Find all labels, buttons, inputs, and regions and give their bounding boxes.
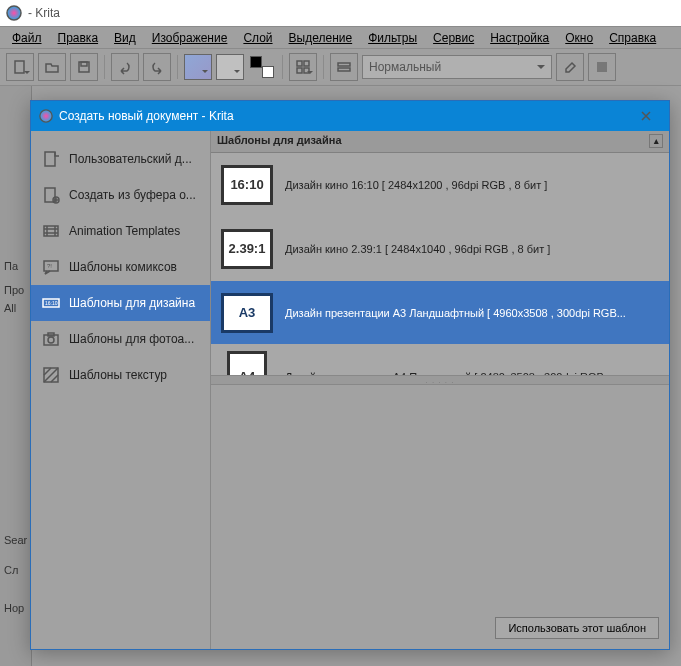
svg-rect-4: [297, 61, 302, 66]
svg-point-11: [40, 110, 52, 122]
krita-logo-icon: [6, 5, 22, 21]
template-badge-icon: 2.39:1: [221, 229, 273, 269]
sidebar-item-4[interactable]: 16:10Шаблоны для дизайна: [31, 285, 210, 321]
panel-header-label: Шаблоны для дизайна: [217, 134, 342, 149]
toolbar-separator: [323, 55, 324, 79]
krita-logo-icon: [39, 109, 53, 123]
template-badge-icon: A4: [227, 351, 267, 376]
alpha-lock-button[interactable]: [588, 53, 616, 81]
sidebar-item-6[interactable]: Шаблоны текстур: [31, 357, 210, 393]
photo-icon: [41, 329, 61, 349]
sidebar-item-3[interactable]: ?!Шаблоны комиксов: [31, 249, 210, 285]
menu-settings[interactable]: Настройка: [482, 29, 557, 47]
dialog-sidebar: Пользовательский д...Создать из буфера о…: [31, 131, 211, 649]
dialog-body: Пользовательский д...Создать из буфера о…: [31, 131, 669, 649]
menu-help[interactable]: Справка: [601, 29, 664, 47]
new-document-dialog: Создать новый документ - Krita Пользоват…: [30, 100, 670, 650]
svg-rect-5: [304, 61, 309, 66]
bg-label: Про: [4, 284, 24, 296]
sidebar-item-2[interactable]: Animation Templates: [31, 213, 210, 249]
close-icon: [640, 110, 652, 122]
template-list: 16:10Дизайн кино 16:10 [ 2484x1200 , 96d…: [211, 153, 669, 375]
toolbar-separator: [177, 55, 178, 79]
template-badge-icon: 16:10: [221, 165, 273, 205]
clipboard-icon: [41, 185, 61, 205]
sidebar-item-1[interactable]: Создать из буфера о...: [31, 177, 210, 213]
template-label: Дизайн кино 2.39:1 [ 2484x1040 , 96dpi R…: [285, 243, 550, 255]
close-button[interactable]: [631, 101, 661, 131]
panel-header: Шаблоны для дизайна ▴: [211, 131, 669, 153]
svg-rect-12: [45, 152, 55, 166]
bg-label: Па: [4, 260, 18, 272]
dialog-right-panel: Шаблоны для дизайна ▴ 16:10Дизайн кино 1…: [211, 131, 669, 649]
menu-edit[interactable]: Правка: [50, 29, 107, 47]
toolbar-separator: [104, 55, 105, 79]
menu-select[interactable]: Выделение: [281, 29, 361, 47]
template-badge-icon: A3: [221, 293, 273, 333]
blend-mode-label: Нормальный: [369, 60, 441, 74]
svg-rect-3: [81, 62, 87, 66]
dialog-titlebar[interactable]: Создать новый документ - Krita: [31, 101, 669, 131]
sidebar-item-label: Пользовательский д...: [69, 152, 192, 166]
svg-text:?!: ?!: [47, 263, 52, 269]
list-grip[interactable]: . . . . .: [211, 375, 669, 385]
bg-label: All: [4, 302, 16, 314]
fg-bg-colors[interactable]: [248, 54, 276, 80]
sidebar-item-label: Создать из буфера о...: [69, 188, 196, 202]
svg-point-21: [48, 337, 54, 343]
texture-icon: [41, 365, 61, 385]
svg-rect-10: [597, 62, 607, 72]
menu-window[interactable]: Окно: [557, 29, 601, 47]
menu-tools[interactable]: Сервис: [425, 29, 482, 47]
bg-label: Sear: [4, 534, 27, 546]
dialog-title: Создать новый документ - Krita: [59, 109, 234, 123]
bg-left-panel: [0, 86, 32, 666]
template-item-1[interactable]: 2.39:1Дизайн кино 2.39:1 [ 2484x1040 , 9…: [211, 217, 669, 281]
menu-filters[interactable]: Фильтры: [360, 29, 425, 47]
use-template-button[interactable]: Использовать этот шаблон: [495, 617, 659, 639]
toolbar: Нормальный: [0, 48, 681, 86]
svg-rect-7: [304, 68, 309, 73]
svg-text:16:10: 16:10: [45, 300, 58, 306]
save-button[interactable]: [70, 53, 98, 81]
svg-rect-9: [338, 68, 350, 71]
eraser-button[interactable]: [556, 53, 584, 81]
svg-point-0: [7, 6, 21, 20]
design-icon: 16:10: [41, 293, 61, 313]
sidebar-item-label: Animation Templates: [69, 224, 180, 238]
redo-button[interactable]: [143, 53, 171, 81]
chevron-down-icon: [537, 65, 545, 73]
sidebar-item-5[interactable]: Шаблоны для фотоа...: [31, 321, 210, 357]
template-label: Дизайн презентации A3 Ландшафтный [ 4960…: [285, 307, 626, 319]
svg-rect-8: [338, 63, 350, 66]
open-button[interactable]: [38, 53, 66, 81]
sidebar-item-0[interactable]: Пользовательский д...: [31, 141, 210, 177]
pattern-swatch[interactable]: [216, 54, 244, 80]
menu-file[interactable]: Файл: [4, 29, 50, 47]
toolbar-separator: [282, 55, 283, 79]
brush-editor-button[interactable]: [330, 53, 358, 81]
sidebar-item-label: Шаблоны комиксов: [69, 260, 177, 274]
sidebar-item-label: Шаблоны для фотоа...: [69, 332, 194, 346]
menu-image[interactable]: Изображение: [144, 29, 236, 47]
svg-rect-6: [297, 68, 302, 73]
template-item-3[interactable]: A4Дизайн презентации A4 Портретный [ 248…: [211, 345, 669, 375]
svg-rect-1: [15, 61, 24, 73]
brush-preset-button[interactable]: [289, 53, 317, 81]
gradient-swatch[interactable]: [184, 54, 212, 80]
comics-icon: ?!: [41, 257, 61, 277]
scroll-up-icon[interactable]: ▴: [649, 134, 663, 148]
menubar: Файл Правка Вид Изображение Слой Выделен…: [0, 26, 681, 48]
undo-button[interactable]: [111, 53, 139, 81]
menu-layer[interactable]: Слой: [235, 29, 280, 47]
new-doc-button[interactable]: [6, 53, 34, 81]
svg-rect-15: [44, 226, 58, 236]
blend-mode-select[interactable]: Нормальный: [362, 55, 552, 79]
template-item-2[interactable]: A3Дизайн презентации A3 Ландшафтный [ 49…: [211, 281, 669, 345]
document-icon: [41, 149, 61, 169]
template-label: Дизайн кино 16:10 [ 2484x1200 , 96dpi RG…: [285, 179, 547, 191]
menu-view[interactable]: Вид: [106, 29, 144, 47]
bg-label: Нор: [4, 602, 24, 614]
template-item-0[interactable]: 16:10Дизайн кино 16:10 [ 2484x1200 , 96d…: [211, 153, 669, 217]
window-title: - Krita: [28, 6, 60, 20]
